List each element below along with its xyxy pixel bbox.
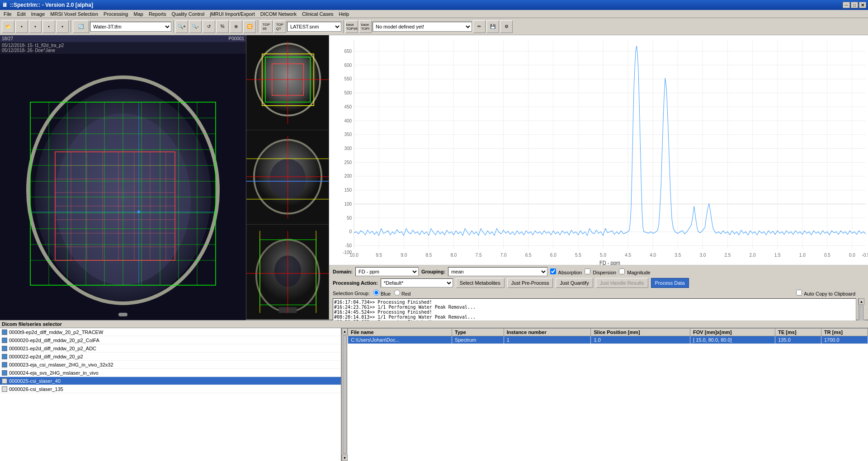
close-button[interactable]: ✕ — [859, 2, 866, 8]
svg-text:3.5: 3.5 — [675, 252, 681, 258]
toolbar-save-btn[interactable]: 💾 — [486, 20, 499, 33]
title-text: 🖥 ::SpectrIm:: - Version 2.0 [alpha] — [2, 2, 93, 8]
svg-text:1.5: 1.5 — [774, 252, 781, 258]
toolbar-transform-icon[interactable]: 🔄 — [73, 20, 89, 33]
menu-item-edit[interactable]: Edit — [14, 11, 28, 17]
mri-main-view[interactable] — [0, 54, 246, 320]
selection-group-label: Selection Group: — [333, 291, 370, 296]
menu-item-mrsi-voxel-selection[interactable]: MRSI Voxel Selection — [47, 11, 101, 17]
file-scroll-down[interactable]: ▼ — [342, 455, 348, 461]
file-list-item[interactable]: 0000t9-ep2d_diff_mddw_20_p2_TRACEW — [0, 328, 341, 336]
svg-text:550: 550 — [344, 76, 352, 82]
menu-item-help[interactable]: Help — [336, 11, 352, 17]
red-radio[interactable] — [394, 290, 400, 296]
axial-view[interactable] — [246, 35, 329, 130]
blue-radio-label[interactable]: Blue — [373, 290, 391, 296]
file-list-item[interactable]: 0000025-csi_slaser_40 — [0, 377, 341, 385]
file-list-item[interactable]: 0000022-ep2d_diff_mddw_20_p2 — [0, 353, 341, 361]
table-cell: 1 — [504, 336, 591, 344]
sagittal-view[interactable] — [246, 130, 329, 225]
spectrum-area[interactable]: 650 600 550 500 450 400 350 300 250 200 … — [329, 35, 868, 265]
svg-text:FD - ppm: FD - ppm — [599, 259, 620, 265]
file-list-item[interactable]: 0000024-eja_svs_2HG_mslaser_in_vivo — [0, 369, 341, 377]
toolbar-btn6[interactable]: 🔍+ — [175, 20, 188, 33]
menu-item-quality-control[interactable]: Quality Control — [169, 11, 207, 17]
fitting-combo[interactable]: No model defined yet! — [373, 22, 472, 32]
toolbar-topo95-icon[interactable]: TOP95 — [260, 20, 273, 33]
file-list-item[interactable]: 0000023-eja_csi_mslaser_2HG_in_vivo_32x3… — [0, 361, 341, 369]
dispersion-checkbox-label[interactable]: Dispersion — [585, 268, 616, 275]
red-radio-label[interactable]: Red — [394, 290, 410, 296]
minimize-button[interactable]: ─ — [843, 2, 850, 8]
magnitude-checkbox[interactable] — [619, 268, 625, 274]
file-list-item[interactable]: 0000021-ep2d_diff_mddw_20_p2_ADC — [0, 344, 341, 353]
file-list-panel[interactable]: 0000t9-ep2d_diff_mddw_20_p2_TRACEW000002… — [0, 328, 341, 461]
toolbar-open-button[interactable]: 📂 — [2, 20, 14, 33]
magnitude-checkbox-label[interactable]: Magnitude — [619, 268, 650, 275]
dispersion-checkbox[interactable] — [585, 268, 590, 274]
brain-svg — [5, 64, 241, 310]
svg-text:250: 250 — [344, 159, 352, 165]
svg-text:8.0: 8.0 — [451, 252, 457, 258]
menu-item-jmrui-import/export[interactable]: jMRUI Import/Export — [207, 11, 258, 17]
table-header: File name — [348, 329, 452, 336]
just-preprocess-button[interactable]: Just Pre-Process — [507, 278, 553, 288]
upper-area: 18/27 P00001 05/12/2018- 15- t1_fl2d_tra… — [0, 35, 868, 320]
coronal-view[interactable] — [246, 225, 329, 320]
auto-copy-label[interactable]: Auto Copy to Clipboard — [796, 290, 855, 296]
svg-text:6.5: 6.5 — [525, 252, 532, 258]
menu-item-clinical-cases[interactable]: Clinical Cases — [299, 11, 336, 17]
svg-text:0.0: 0.0 — [849, 252, 855, 258]
file-list-scrollbar[interactable]: ▲ ▼ — [341, 328, 348, 461]
menu-item-map[interactable]: Map — [131, 11, 146, 17]
toolbar-base-icon[interactable]: baseTOP95 — [345, 20, 358, 33]
toolbar-btn8[interactable]: ↺ — [203, 20, 215, 33]
menu-item-image[interactable]: Image — [28, 11, 48, 17]
scroll-up-btn[interactable]: ▲ — [859, 298, 864, 305]
blue-radio[interactable] — [373, 290, 379, 296]
toolbar-btn3[interactable]: ▪ — [29, 20, 42, 33]
domain-combo[interactable]: FD - ppm — [355, 267, 419, 276]
menu-item-dicom-network[interactable]: DICOM Network — [258, 11, 299, 17]
auto-copy-checkbox[interactable] — [796, 290, 802, 296]
svg-text:50: 50 — [347, 215, 352, 221]
file-list-item[interactable]: 0000020-ep2d_diff_mddw_20_p2_ColFA — [0, 336, 341, 344]
process-data-button[interactable]: Process Data — [651, 278, 689, 288]
right-panel: 650 600 550 500 450 400 350 300 250 200 … — [329, 35, 868, 320]
processing-action-combo[interactable]: *Default* — [381, 278, 453, 287]
transform-combo[interactable]: Water-3T.tfm — [90, 22, 171, 32]
toolbar-edit-btn[interactable]: ✏ — [473, 20, 486, 33]
absorption-checkbox[interactable] — [550, 268, 556, 274]
menu-item-processing[interactable]: Processing — [101, 11, 131, 17]
file-name: 0000024-eja_svs_2HG_mslaser_in_vivo — [9, 370, 99, 376]
file-scroll-up[interactable]: ▲ — [342, 328, 348, 334]
toolbar-btn7[interactable]: 🔍- — [189, 20, 202, 33]
table-cell: 135.0 — [775, 336, 821, 344]
grouping-combo[interactable]: mean — [448, 267, 547, 276]
file-icon — [2, 354, 7, 359]
toolbar-btn11[interactable]: 🔀 — [243, 20, 256, 33]
menu-item-reports[interactable]: Reports — [146, 11, 169, 17]
toolbar-btn4[interactable]: ▪ — [42, 20, 55, 33]
toolbar-btn5[interactable]: ▪ — [56, 20, 69, 33]
file-icon — [2, 378, 7, 384]
toolbar-btn10[interactable]: ⊕ — [230, 20, 242, 33]
absorption-checkbox-label[interactable]: Absorption — [550, 268, 582, 275]
toolbar-btn2[interactable]: ▪ — [15, 20, 28, 33]
just-quantify-button[interactable]: Just Quantify — [556, 278, 593, 288]
menu-item-file[interactable]: File — [1, 11, 14, 17]
svg-text:450: 450 — [344, 103, 352, 109]
table-row[interactable]: C:\Users\Johan\Doc...Spectrum11.0[ 15.0,… — [348, 336, 868, 344]
toolbar-topo-btn[interactable]: TOPQT — [274, 20, 286, 33]
select-metabolites-button[interactable]: Select Metabolites — [456, 278, 505, 288]
toolbar-btn9[interactable]: % — [216, 20, 229, 33]
table-header: Slice Position [mm] — [591, 329, 690, 336]
just-handle-results-button[interactable]: Just Handle Results — [596, 278, 648, 288]
file-list-item[interactable]: 0000026-csi_slaser_135 — [0, 385, 341, 393]
toolbar-sep1 — [71, 20, 71, 33]
toolbar-base-btn[interactable]: baseTOPI — [359, 20, 372, 33]
toolbar-config-btn[interactable]: ⚙ — [500, 20, 513, 33]
file-scroll-thumb[interactable] — [343, 335, 347, 454]
maximize-button[interactable]: □ — [851, 2, 858, 8]
model-snm-combo[interactable]: LATEST.snm — [287, 22, 341, 32]
